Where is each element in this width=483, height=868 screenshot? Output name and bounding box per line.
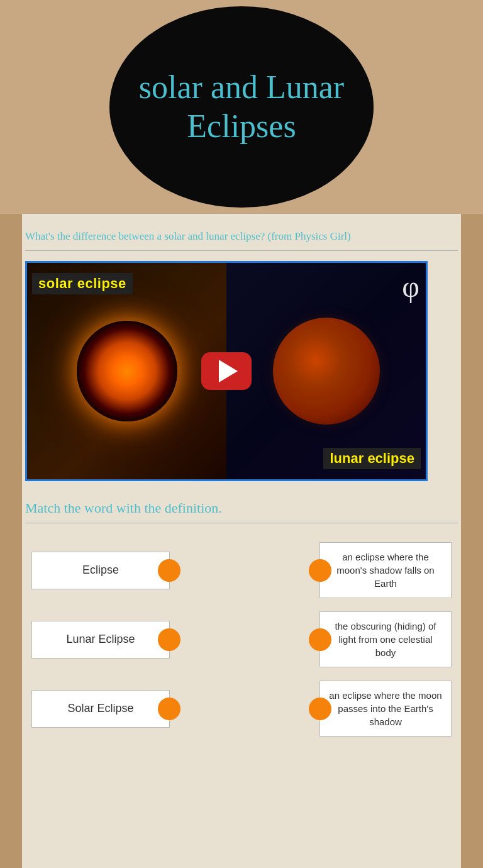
section-divider (25, 250, 458, 251)
def-box-2[interactable]: the obscuring (hiding) of light from one… (319, 611, 452, 667)
video-link[interactable]: What's the difference between a solar an… (25, 229, 458, 244)
right-texture (461, 214, 483, 868)
title-line1: solar and Lunar (139, 69, 344, 105)
video-left-panel: solar eclipse (27, 263, 226, 479)
match-row-3: Solar Eclipse an eclipse where the moon … (31, 681, 452, 737)
word-solar: Solar Eclipse (67, 702, 133, 715)
header-section: solar and Lunar Eclipses (0, 0, 483, 214)
def-dot-2 (309, 628, 331, 651)
match-row-3-content: Solar Eclipse an eclipse where the moon … (31, 681, 452, 737)
def-text-2: the obscuring (hiding) of light from one… (329, 620, 442, 659)
greek-symbol: φ (402, 269, 419, 304)
match-divider (25, 523, 458, 523)
solar-eclipse-image (77, 321, 177, 421)
solar-eclipse-label: solar eclipse (32, 273, 133, 294)
main-content: What's the difference between a solar an… (0, 214, 483, 868)
word-box-lunar[interactable]: Lunar Eclipse (31, 621, 170, 659)
lunar-eclipse-label: lunar eclipse (323, 448, 421, 469)
word-eclipse: Eclipse (82, 564, 119, 577)
match-row-2: Lunar Eclipse the obscuring (hiding) of … (31, 611, 452, 668)
def-dot-1 (309, 559, 331, 582)
def-dot-3 (309, 698, 331, 720)
def-box-3[interactable]: an eclipse where the moon passes into th… (319, 681, 452, 737)
page-title: solar and Lunar Eclipses (139, 68, 344, 147)
match-row-1-content: Eclipse an eclipse where the moon's shad… (31, 542, 452, 598)
match-area: Eclipse an eclipse where the moon's shad… (25, 542, 458, 743)
match-row-2-content: Lunar Eclipse the obscuring (hiding) of … (31, 611, 452, 667)
play-button[interactable] (201, 352, 252, 390)
word-box-solar[interactable]: Solar Eclipse (31, 690, 170, 728)
video-thumbnail[interactable]: solar eclipse φ lunar eclipse (25, 261, 428, 481)
title-line2: Eclipses (187, 108, 296, 144)
def-box-1[interactable]: an eclipse where the moon's shadow falls… (319, 542, 452, 598)
match-row-1: Eclipse an eclipse where the moon's shad… (31, 542, 452, 599)
left-texture (0, 214, 22, 868)
word-dot-eclipse (158, 559, 180, 582)
header-circle: solar and Lunar Eclipses (109, 6, 374, 208)
word-lunar: Lunar Eclipse (66, 633, 135, 646)
word-dot-solar (158, 698, 180, 720)
word-dot-lunar (158, 628, 180, 651)
def-text-3: an eclipse where the moon passes into th… (329, 689, 442, 728)
video-right-panel: φ lunar eclipse (226, 263, 426, 479)
word-box-eclipse[interactable]: Eclipse (31, 552, 170, 589)
lunar-eclipse-image (273, 318, 380, 425)
play-icon (219, 360, 238, 382)
def-text-1: an eclipse where the moon's shadow falls… (329, 550, 442, 590)
match-instruction: Match the word with the definition. (25, 500, 458, 516)
